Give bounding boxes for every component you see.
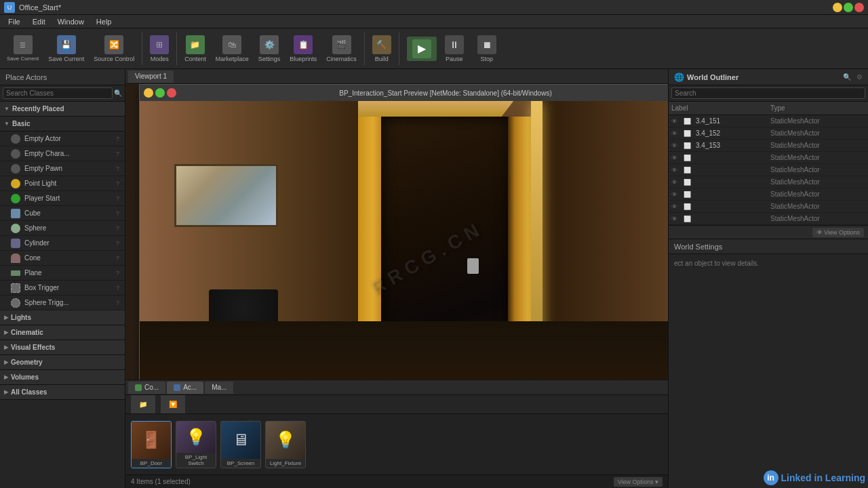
section-volumes[interactable]: ▶Volumes bbox=[0, 370, 125, 385]
outliner-item-2[interactable]: 👁 ⬜ 3.4_153 StaticMeshActor bbox=[669, 140, 868, 152]
menu-help[interactable]: Help bbox=[91, 16, 117, 27]
preview-title-text: BP_Interaction_Start Preview [NetMode: S… bbox=[180, 89, 668, 97]
outliner-search-input[interactable] bbox=[671, 87, 865, 99]
outliner-item-8[interactable]: 👁 ⬜ StaticMeshActor bbox=[669, 213, 868, 225]
toolbar: ☰ Save Current 💾 Save Current 🔀 Source C… bbox=[0, 28, 868, 69]
viewport-main[interactable]: BP_Interaction_Start Preview [NetMode: S… bbox=[125, 84, 668, 380]
preview-maximize[interactable] bbox=[155, 88, 165, 98]
player-start-label: Player Start bbox=[24, 195, 112, 202]
outliner-item-3[interactable]: 👁 ⬜ StaticMeshActor bbox=[669, 152, 868, 164]
empty-actor-label: Empty Actor bbox=[24, 135, 112, 142]
outliner-item-7[interactable]: 👁 ⬜ StaticMeshActor bbox=[669, 201, 868, 213]
light-fixture-preview: 💡 bbox=[266, 422, 305, 459]
toolbar-sep-1 bbox=[142, 33, 142, 65]
section-geometry[interactable]: ▶Geometry bbox=[0, 355, 125, 370]
actor-sphere[interactable]: Sphere ? bbox=[0, 221, 125, 236]
section-lights[interactable]: ▶Lights bbox=[0, 310, 125, 325]
actor-empty-pawn[interactable]: Empty Pawn ? bbox=[0, 161, 125, 176]
thumbnail-bp-light-switch[interactable]: 💡 BP_Light Switch bbox=[176, 421, 216, 468]
stop-button[interactable]: ⏹ Stop bbox=[472, 33, 502, 65]
bp-screen-label: BP_Screen bbox=[221, 459, 260, 468]
preview-window[interactable]: BP_Interaction_Start Preview [NetMode: S… bbox=[139, 84, 668, 380]
thumbnail-bp-door[interactable]: 🚪 BP_Door bbox=[131, 421, 172, 468]
actor-cone[interactable]: Cone ? bbox=[0, 251, 125, 266]
search-actors-bar: 🔍 bbox=[0, 85, 125, 102]
outliner-item-0[interactable]: 👁 ⬜ 3.4_151 StaticMeshActor bbox=[669, 115, 868, 127]
plane-icon bbox=[11, 270, 20, 276]
bp-switch-preview: 💡 bbox=[176, 422, 216, 453]
item-icon-6: ⬜ bbox=[684, 191, 693, 198]
item-type-7: StaticMeshActor bbox=[770, 203, 865, 210]
modes-button[interactable]: ⊞ Modes bbox=[146, 33, 173, 65]
empty-actor-icon bbox=[11, 134, 20, 144]
vis-icon-7: 👁 bbox=[671, 203, 681, 210]
bottom-tab-material[interactable]: Ma... bbox=[205, 382, 233, 394]
basic-arrow: ▼ bbox=[4, 121, 9, 127]
toolbar-sep-4 bbox=[399, 33, 399, 65]
search-classes-input[interactable] bbox=[3, 87, 113, 99]
bottom-tab-content[interactable]: Co... bbox=[128, 382, 165, 394]
menu-edit[interactable]: Edit bbox=[27, 16, 51, 27]
section-cinematic[interactable]: ▶Cinematic bbox=[0, 325, 125, 340]
menu-bar: File Edit Window Help bbox=[0, 15, 868, 28]
menu-window[interactable]: Window bbox=[52, 16, 90, 27]
actor-box-trigger[interactable]: Box Trigger ? bbox=[0, 281, 125, 296]
visual-effects-label: Visual Effects bbox=[11, 344, 55, 351]
section-all-classes[interactable]: ▶All Classes bbox=[0, 385, 125, 400]
main-layout: Place Actors 🔍 ▼ Recently Placed ▼ Basic… bbox=[0, 69, 868, 488]
section-recently-placed[interactable]: ▼ Recently Placed bbox=[0, 102, 125, 117]
view-options-btn[interactable]: 👁 View Options bbox=[812, 228, 864, 237]
thumbnail-light-fixture[interactable]: 💡 Light_Fixture bbox=[265, 421, 306, 468]
content-icon: 📁 bbox=[186, 35, 205, 54]
actor-sphere-trigger[interactable]: Sphere Trigg... ? bbox=[0, 296, 125, 310]
view-options-button[interactable]: View Options ▾ bbox=[614, 477, 663, 487]
actor-point-light[interactable]: Point Light ? bbox=[0, 176, 125, 191]
outliner-item-4[interactable]: 👁 ⬜ StaticMeshActor bbox=[669, 164, 868, 176]
door-handle bbox=[467, 258, 479, 274]
source-control-button[interactable]: 🔀 Source Control bbox=[90, 33, 138, 65]
preview-minimize[interactable] bbox=[144, 88, 153, 98]
outliner-item-5[interactable]: 👁 ⬜ StaticMeshActor bbox=[669, 176, 868, 188]
play-button[interactable]: ▶ bbox=[407, 37, 437, 61]
play-icon: ▶ bbox=[412, 39, 431, 58]
actor-plane[interactable]: Plane ? bbox=[0, 266, 125, 281]
viewport-tab-1[interactable]: Viewport 1 bbox=[128, 70, 174, 83]
preview-close[interactable] bbox=[167, 88, 176, 98]
content-button[interactable]: 📁 Content bbox=[180, 33, 210, 65]
blueprints-button[interactable]: 📋 Blueprints bbox=[285, 33, 321, 65]
pause-button[interactable]: ⏸ Pause bbox=[439, 33, 469, 65]
settings-button[interactable]: ⚙️ Settings bbox=[254, 33, 285, 65]
thumbnail-bp-screen[interactable]: 🖥 BP_Screen bbox=[220, 421, 261, 468]
window-controls bbox=[833, 3, 864, 12]
toolbar-toggle[interactable]: ☰ Save Current bbox=[3, 33, 43, 64]
section-visual-effects[interactable]: ▶Visual Effects bbox=[0, 340, 125, 355]
volumes-label: Volumes bbox=[11, 373, 39, 381]
outliner-item-1[interactable]: 👁 ⬜ 3.4_152 StaticMeshActor bbox=[669, 127, 868, 140]
actor-empty-actor[interactable]: Empty Actor ? bbox=[0, 131, 125, 146]
vis-icon-6: 👁 bbox=[671, 191, 681, 198]
minimize-button[interactable] bbox=[833, 3, 842, 12]
save-icon: 💾 bbox=[57, 35, 76, 54]
details-panel: World Settings ect an object to view det… bbox=[669, 239, 868, 488]
actor-cylinder[interactable]: Cylinder ? bbox=[0, 236, 125, 251]
cinematics-button[interactable]: 🎬 Cinematics bbox=[322, 33, 361, 65]
outliner-item-6[interactable]: 👁 ⬜ StaticMeshActor bbox=[669, 188, 868, 201]
painting bbox=[174, 164, 278, 227]
menu-file[interactable]: File bbox=[3, 16, 26, 27]
actor-cube[interactable]: Cube ? bbox=[0, 206, 125, 221]
item-type-1: StaticMeshActor bbox=[770, 129, 865, 137]
marketplace-button[interactable]: 🛍 Marketplace bbox=[212, 33, 253, 65]
content-filter-icon: 🔽 bbox=[161, 395, 185, 413]
bottom-tab-actor[interactable]: Ac... bbox=[167, 382, 203, 394]
save-button[interactable]: 💾 Save Current bbox=[44, 33, 88, 65]
window-title: Office_Start* bbox=[19, 3, 829, 12]
build-button[interactable]: 🔨 Build bbox=[368, 33, 395, 65]
actor-empty-character[interactable]: Empty Chara... ? bbox=[0, 146, 125, 161]
item-label-0: 3.4_151 bbox=[696, 117, 768, 125]
maximize-button[interactable] bbox=[844, 3, 853, 12]
view-options-label: View Options ▾ bbox=[618, 479, 658, 485]
close-button[interactable] bbox=[854, 3, 864, 12]
item-type-8: StaticMeshActor bbox=[770, 215, 865, 222]
section-basic[interactable]: ▼ Basic bbox=[0, 117, 125, 131]
actor-player-start[interactable]: Player Start ? bbox=[0, 191, 125, 206]
